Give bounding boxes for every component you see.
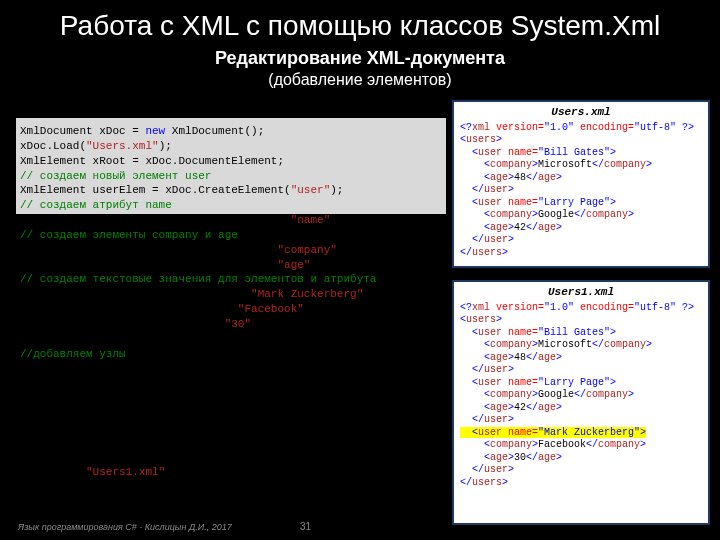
xml-br: </ [574, 209, 586, 220]
xml-br: </ [526, 172, 538, 183]
xml-br: </ [460, 247, 472, 258]
xml-val: "Bill Gates" [538, 147, 610, 158]
xml-tag: company [604, 339, 646, 350]
slide: Работа с XML с помощью классов System.Xm… [0, 0, 720, 540]
xml-br: > [508, 184, 514, 195]
xml-text: Google [538, 389, 574, 400]
xml-tag: company [598, 439, 640, 450]
xml-text: Google [538, 209, 574, 220]
xml-br: > [556, 222, 562, 233]
xml-br: < [460, 439, 490, 450]
xml-text: 48 [514, 352, 526, 363]
xml-tag: xml [472, 122, 490, 133]
xml-br: ?> [676, 302, 694, 313]
xml-br: < [460, 147, 478, 158]
xml-br: > [610, 377, 616, 388]
xml-br: > [610, 327, 616, 338]
xml-title: Users1.xml [460, 286, 702, 300]
xml-tag: age [538, 352, 556, 363]
xml-br: < [460, 427, 478, 438]
xml-tag: users [466, 314, 496, 325]
code-str: "user" [291, 184, 331, 196]
xml-br: > [646, 159, 652, 170]
xml-attr: name= [502, 327, 538, 338]
code-kw: new [145, 125, 165, 137]
xml-br: </ [526, 452, 538, 463]
xml-br: > [508, 234, 514, 245]
xml-br: < [460, 327, 478, 338]
xml-br: </ [460, 184, 484, 195]
xml-text: Facebook [538, 439, 586, 450]
xml-tag: age [490, 452, 508, 463]
xml-tag: age [538, 402, 556, 413]
code-line: ); [330, 184, 343, 196]
xml-attr: encoding= [574, 122, 634, 133]
code-line: XmlElement xRoot = xDoc.DocumentElement; [20, 155, 284, 167]
code-comment: // создаем текстовые значения для элемен… [20, 273, 376, 285]
xml-br: > [502, 477, 508, 488]
xml-tag: age [538, 452, 556, 463]
xml-val: "Bill Gates" [538, 327, 610, 338]
xml-br: ?> [676, 122, 694, 133]
xml-br: </ [526, 402, 538, 413]
xml-tag: users [466, 134, 496, 145]
xml-br: < [460, 452, 490, 463]
code-line: XmlDocument(); [165, 125, 264, 137]
xml-br: < [460, 402, 490, 413]
xml-text: Microsoft [538, 159, 592, 170]
xml-tag: company [490, 209, 532, 220]
xml-br: </ [592, 339, 604, 350]
xml-br: </ [460, 234, 484, 245]
xml-val: "utf-8" [634, 302, 676, 313]
xml-br: </ [460, 477, 472, 488]
xml-br: < [460, 209, 490, 220]
code-comment: // создаем новый элемент user [20, 170, 211, 182]
xml-br: > [556, 172, 562, 183]
xml-br: > [508, 364, 514, 375]
xml-attr: name= [502, 427, 538, 438]
xml-box-users: Users.xml <?xml version="1.0" encoding="… [452, 100, 710, 268]
xml-val: "Mark Zuckerberg" [538, 427, 640, 438]
xml-br: </ [460, 414, 484, 425]
code-comment: // создаем элементы company и age [20, 229, 238, 241]
xml-br: < [460, 377, 478, 388]
xml-tag: age [490, 402, 508, 413]
code-comment: // создаем атрибут name [20, 199, 172, 211]
xml-br: > [508, 464, 514, 475]
xml-tag: users [472, 247, 502, 258]
code-line [20, 466, 86, 478]
xml-br: < [460, 222, 490, 233]
xml-tag: company [490, 159, 532, 170]
xml-box-users1: Users1.xml <?xml version="1.0" encoding=… [452, 280, 710, 525]
code-str: "30" [20, 318, 251, 330]
xml-title: Users.xml [460, 106, 702, 120]
xml-tag: company [586, 389, 628, 400]
xml-br: > [610, 147, 616, 158]
xml-val: "1.0" [544, 122, 574, 133]
xml-tag: user [478, 427, 502, 438]
code-str: "company" [20, 244, 337, 256]
xml-tag: company [586, 209, 628, 220]
xml-br: > [610, 197, 616, 208]
footer-text: Язык программирования C# - Кислицын Д.И.… [18, 522, 232, 532]
slide-subtitle-2: (добавление элементов) [0, 71, 720, 89]
xml-br: < [460, 159, 490, 170]
xml-tag: xml [472, 302, 490, 313]
xml-tag: user [478, 377, 502, 388]
code-str: "Facebook" [20, 303, 304, 315]
xml-tag: company [490, 389, 532, 400]
xml-br: < [460, 339, 490, 350]
xml-br: < [460, 389, 490, 400]
xml-tag: user [484, 364, 508, 375]
xml-attr: version= [490, 302, 544, 313]
xml-br: </ [592, 159, 604, 170]
code-str: "Mark Zuckerberg" [20, 288, 363, 300]
xml-br: <? [460, 122, 472, 133]
xml-text: 42 [514, 222, 526, 233]
slide-title: Работа с XML с помощью классов System.Xm… [0, 0, 720, 42]
xml-val: "Larry Page" [538, 197, 610, 208]
xml-attr: name= [502, 147, 538, 158]
code-str: "name" [20, 214, 330, 226]
xml-tag: age [490, 222, 508, 233]
xml-br: > [640, 439, 646, 450]
